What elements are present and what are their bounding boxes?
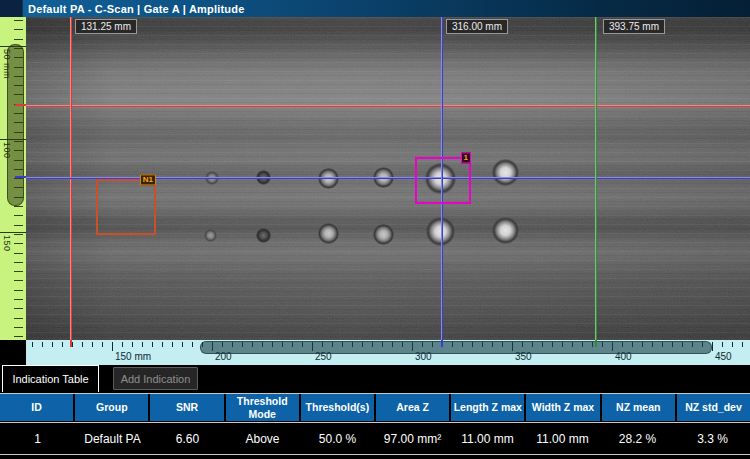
secondary-cursor-vertical[interactable] — [595, 17, 597, 340]
table-header-cell: SNR — [150, 394, 223, 421]
ruler-minor-tick — [142, 342, 143, 347]
ruler-minor-tick — [14, 225, 23, 226]
ruler-corner — [0, 340, 26, 365]
ruler-minor-tick — [14, 253, 23, 254]
ruler-cursor-mark — [15, 176, 26, 178]
ruler-minor-tick — [14, 262, 23, 263]
vertical-scroll-thumb[interactable] — [7, 44, 24, 206]
ruler-minor-tick — [122, 342, 123, 347]
table-cell: 11.00 mm — [450, 423, 525, 454]
ruler-minor-tick — [732, 342, 733, 347]
ruler-minor-tick — [192, 342, 193, 347]
ruler-minor-tick — [132, 342, 133, 347]
ruler-minor-tick — [72, 342, 73, 347]
ruler-major-tick — [0, 232, 26, 233]
table-header-cell: Threshold(s) — [301, 394, 374, 421]
ruler-minor-tick — [52, 342, 53, 347]
table-cell: 6.60 — [150, 423, 225, 454]
cursor-position-label: 393.75 mm — [603, 19, 665, 34]
vertical-ruler[interactable]: 50 mm100150 — [0, 17, 27, 340]
table-cell: 97.00 mm² — [375, 423, 450, 454]
table-cell: 50.0 % — [300, 423, 375, 454]
table-cell: 28.2 % — [600, 423, 675, 454]
ruler-minor-tick — [14, 308, 23, 309]
ruler-major-tick — [712, 342, 713, 351]
table-cell: 11.00 mm — [525, 423, 600, 454]
table-header-cell: NZ mean — [602, 394, 675, 421]
ruler-minor-tick — [14, 299, 23, 300]
ruler-cursor-mark — [70, 340, 72, 347]
ruler-minor-tick — [14, 280, 23, 281]
ruler-minor-tick — [42, 342, 43, 347]
ruler-minor-tick — [14, 271, 23, 272]
indication-blob — [318, 223, 339, 244]
table-cell: Default PA — [75, 423, 150, 454]
cscan-view[interactable]: N11131.25 mm316.00 mm393.75 mm — [26, 17, 750, 340]
ruler-minor-tick — [14, 20, 23, 21]
table-cell: Above — [225, 423, 300, 454]
ruler-minor-tick — [172, 342, 173, 347]
horizontal-scroll-thumb[interactable] — [200, 341, 712, 354]
indication-blob — [492, 159, 519, 186]
application-window: Default PA - C-Scan | Gate A | Amplitude… — [0, 0, 750, 459]
ruler-label: 450 — [715, 351, 732, 362]
ruler-minor-tick — [82, 342, 83, 347]
indication-box[interactable]: 1 — [415, 157, 471, 204]
ruler-minor-tick — [14, 327, 23, 328]
view-corner-icon[interactable] — [0, 0, 23, 17]
ruler-minor-tick — [742, 342, 743, 347]
indication-blob — [492, 217, 519, 244]
ruler-label: 150 mm — [115, 351, 151, 362]
view-title-bar: Default PA - C-Scan | Gate A | Amplitude — [0, 0, 750, 17]
ruler-major-tick — [112, 342, 113, 351]
table-header-cell: Threshold Mode — [226, 394, 299, 421]
ruler-cursor-mark — [15, 104, 26, 106]
ruler-minor-tick — [152, 342, 153, 347]
ruler-minor-tick — [14, 29, 23, 30]
ruler-minor-tick — [14, 215, 23, 216]
reference-box-label: N1 — [140, 174, 156, 185]
reference-box[interactable]: N1 — [96, 179, 156, 235]
ruler-minor-tick — [14, 39, 23, 40]
ruler-minor-tick — [92, 342, 93, 347]
table-header-cell: Area Z — [376, 394, 449, 421]
bottom-tab-bar: Indication Table Add Indication — [0, 365, 750, 393]
indication-table-row[interactable]: 1Default PA6.60Above50.0 %97.00 mm²11.00… — [0, 422, 750, 455]
table-header-cell: Length Z max — [451, 394, 524, 421]
ruler-minor-tick — [182, 342, 183, 347]
indication-blob — [204, 229, 217, 242]
ruler-minor-tick — [14, 318, 23, 319]
indication-blob — [373, 224, 394, 245]
ruler-minor-tick — [62, 342, 63, 347]
indication-blob — [256, 228, 271, 243]
add-indication-button[interactable]: Add Indication — [113, 367, 198, 390]
ruler-minor-tick — [102, 342, 103, 347]
ruler-minor-tick — [14, 206, 23, 207]
cursor-position-label: 131.25 mm — [75, 19, 137, 34]
horizontal-ruler[interactable]: 150 mm200250300350400450 — [26, 340, 750, 365]
reference-cursor-horizontal[interactable] — [26, 105, 750, 107]
ruler-minor-tick — [14, 234, 23, 235]
table-header-cell: ID — [0, 394, 73, 421]
table-header-cell: Width Z max — [526, 394, 599, 421]
ruler-minor-tick — [32, 342, 33, 347]
ruler-minor-tick — [14, 290, 23, 291]
ruler-minor-tick — [14, 243, 23, 244]
table-cell: 1 — [0, 423, 75, 454]
ruler-cursor-mark — [595, 340, 597, 347]
indication-box-label: 1 — [461, 152, 471, 163]
ruler-label: 150 — [2, 235, 12, 252]
ruler-minor-tick — [722, 342, 723, 347]
table-header-cell: Group — [75, 394, 148, 421]
ruler-cursor-mark — [441, 340, 443, 347]
table-cell: 3.3 % — [675, 423, 750, 454]
view-title: Default PA - C-Scan | Gate A | Amplitude — [28, 3, 244, 15]
ruler-minor-tick — [14, 336, 23, 337]
table-header-cell: NZ std_dev — [677, 394, 750, 421]
indication-table-header: IDGroupSNRThreshold ModeThreshold(s)Area… — [0, 393, 750, 421]
ruler-minor-tick — [162, 342, 163, 347]
tab-indication-table[interactable]: Indication Table — [2, 365, 99, 392]
indication-blob — [426, 217, 455, 246]
cursor-position-label: 316.00 mm — [446, 19, 508, 34]
